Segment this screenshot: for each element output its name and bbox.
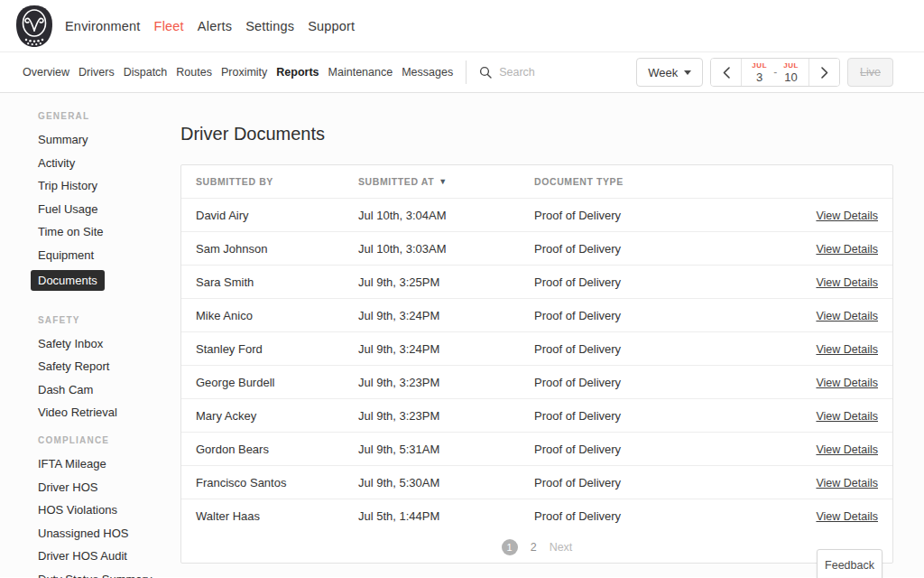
date-dash: - [773, 66, 777, 79]
date-end-month: JUL [783, 62, 799, 70]
view-details-link[interactable]: View Details [816, 510, 878, 523]
cell-document-type: Proof of Delivery [534, 443, 770, 456]
date-range-display[interactable]: JUL 3 - JUL 10 [741, 59, 809, 86]
sidebar-item-hos-violations[interactable]: HOS Violations [38, 504, 180, 516]
top-nav-settings[interactable]: Settings [245, 19, 294, 33]
search-bar[interactable] [479, 66, 634, 79]
cell-submitted-by: David Airy [196, 209, 358, 222]
sidebar-item-duty-status-summary[interactable]: Duty Status Summary [38, 573, 180, 578]
cell-submitted-by: Stanley Ford [196, 342, 358, 356]
cell-submitted-at: Jul 9th, 3:24PM [358, 309, 534, 322]
table-header-row: SUBMITTED BY SUBMITTED AT ▼ DOCUMENT TYP… [181, 165, 892, 198]
view-details-link[interactable]: View Details [816, 410, 878, 423]
search-input[interactable] [499, 66, 634, 79]
tab-messages[interactable]: Messages [402, 66, 453, 79]
view-details-link[interactable]: View Details [816, 343, 878, 356]
tab-drivers[interactable]: Drivers [79, 66, 115, 79]
view-details-link[interactable]: View Details [816, 210, 878, 222]
date-start-month: JUL [752, 62, 767, 70]
tab-proximity[interactable]: Proximity [221, 66, 267, 79]
sidebar-item-documents[interactable]: Documents [31, 270, 105, 291]
week-dropdown-label: Week [648, 66, 678, 79]
top-nav-environment[interactable]: Environment [65, 19, 141, 33]
cell-submitted-by: Mary Ackey [196, 409, 358, 423]
table-row[interactable]: Gordon Bears Jul 9th, 5:31AM Proof of De… [181, 432, 892, 465]
column-header-submitted-by[interactable]: SUBMITTED BY [196, 176, 358, 187]
cell-submitted-by: Mike Anico [196, 309, 358, 322]
sidebar-item-summary[interactable]: Summary [38, 134, 180, 145]
feedback-button[interactable]: Feedback [817, 549, 882, 578]
tab-maintenance[interactable]: Maintenance [328, 66, 393, 79]
sidebar-item-fuel-usage[interactable]: Fuel Usage [38, 203, 180, 215]
next-week-button[interactable] [809, 59, 839, 86]
table-row[interactable]: David Airy Jul 10th, 3:04AM Proof of Del… [181, 198, 892, 231]
cell-submitted-at: Jul 5th, 1:44PM [358, 509, 534, 523]
cell-document-type: Proof of Delivery [534, 209, 770, 222]
date-start-day: 3 [752, 71, 767, 83]
sidebar-item-driver-hos-audit[interactable]: Driver HOS Audit [38, 550, 180, 562]
sidebar-item-safety-report[interactable]: Safety Report [38, 360, 180, 372]
brand-logo-icon[interactable] [14, 5, 54, 48]
top-nav-fleet[interactable]: Fleet [154, 19, 184, 33]
live-button[interactable]: Live [847, 58, 893, 87]
tab-reports[interactable]: Reports [276, 66, 319, 79]
sidebar-item-equipment[interactable]: Equipment [38, 249, 180, 261]
table-row[interactable]: Sam Johnson Jul 10th, 3:03AM Proof of De… [181, 231, 892, 265]
cell-submitted-at: Jul 9th, 5:31AM [358, 443, 534, 456]
sidebar-item-driver-hos[interactable]: Driver HOS [38, 481, 180, 493]
view-details-link[interactable]: View Details [816, 310, 878, 322]
table-row[interactable]: Walter Haas Jul 5th, 1:44PM Proof of Del… [181, 499, 892, 532]
cell-submitted-by: Gordon Bears [196, 443, 358, 456]
column-header-document-type[interactable]: DOCUMENT TYPE [534, 176, 770, 187]
tab-routes[interactable]: Routes [176, 66, 212, 79]
tab-dispatch[interactable]: Dispatch [124, 66, 168, 79]
view-details-link[interactable]: View Details [816, 243, 878, 256]
sidebar-section-compliance: COMPLIANCE IFTA Mileage Driver HOS HOS V… [38, 435, 180, 578]
table-row[interactable]: Stanley Ford Jul 9th, 3:24PM Proof of De… [181, 331, 892, 365]
view-details-link[interactable]: View Details [816, 477, 878, 489]
week-dropdown[interactable]: Week [636, 58, 703, 87]
main-area: GENERAL Summary Activity Trip History Fu… [0, 93, 924, 577]
caret-down-icon [684, 70, 691, 75]
chevron-right-icon [821, 67, 828, 79]
cell-document-type: Proof of Delivery [534, 242, 770, 256]
sidebar-item-activity[interactable]: Activity [38, 157, 180, 169]
nav-divider [466, 61, 467, 84]
tab-overview[interactable]: Overview [23, 66, 69, 79]
top-nav-support[interactable]: Support [308, 19, 355, 33]
prev-week-button[interactable] [711, 59, 741, 86]
view-details-link[interactable]: View Details [816, 276, 878, 289]
cell-submitted-at: Jul 9th, 3:23PM [358, 376, 534, 389]
sidebar-section-general: GENERAL Summary Activity Trip History Fu… [38, 111, 180, 298]
sidebar-item-safety-inbox[interactable]: Safety Inbox [38, 338, 180, 350]
pagination-page-1[interactable]: 1 [502, 539, 518, 555]
cell-submitted-at: Jul 9th, 5:30AM [358, 476, 534, 489]
sidebar-item-unassigned-hos[interactable]: Unassigned HOS [38, 527, 180, 539]
cell-document-type: Proof of Delivery [534, 309, 770, 322]
sidebar-item-dash-cam[interactable]: Dash Cam [38, 384, 180, 396]
pagination-page-2[interactable]: 2 [531, 541, 537, 554]
section-title-general: GENERAL [38, 111, 180, 121]
top-nav-alerts[interactable]: Alerts [198, 19, 232, 33]
pagination-next[interactable]: Next [550, 541, 573, 554]
sidebar-item-video-retrieval[interactable]: Video Retrieval [38, 406, 180, 418]
table-row[interactable]: George Burdell Jul 9th, 3:23PM Proof of … [181, 365, 892, 398]
view-details-link[interactable]: View Details [816, 377, 878, 389]
cell-submitted-by: Walter Haas [196, 509, 358, 523]
view-details-link[interactable]: View Details [816, 443, 878, 456]
cell-submitted-at: Jul 10th, 3:04AM [358, 209, 534, 222]
sidebar-item-time-on-site[interactable]: Time on Site [38, 226, 180, 238]
table-row[interactable]: Sara Smith Jul 9th, 3:25PM Proof of Deli… [181, 265, 892, 298]
sidebar-item-trip-history[interactable]: Trip History [38, 180, 180, 191]
table-row[interactable]: Francisco Santos Jul 9th, 5:30AM Proof o… [181, 465, 892, 499]
table-row[interactable]: Mike Anico Jul 9th, 3:24PM Proof of Deli… [181, 298, 892, 331]
sub-nav: Overview Drivers Dispatch Routes Proximi… [0, 52, 924, 93]
top-nav: Environment Fleet Alerts Settings Suppor… [0, 0, 924, 52]
table-row[interactable]: Mary Ackey Jul 9th, 3:23PM Proof of Deli… [181, 398, 892, 432]
chevron-left-icon [723, 67, 730, 79]
page-title: Driver Documents [180, 124, 893, 144]
column-header-submitted-at[interactable]: SUBMITTED AT ▼ [358, 176, 534, 187]
sidebar-item-ifta-mileage[interactable]: IFTA Mileage [38, 458, 180, 470]
search-icon [479, 66, 492, 79]
date-controls: Week JUL 3 - JUL 10 [636, 58, 893, 87]
